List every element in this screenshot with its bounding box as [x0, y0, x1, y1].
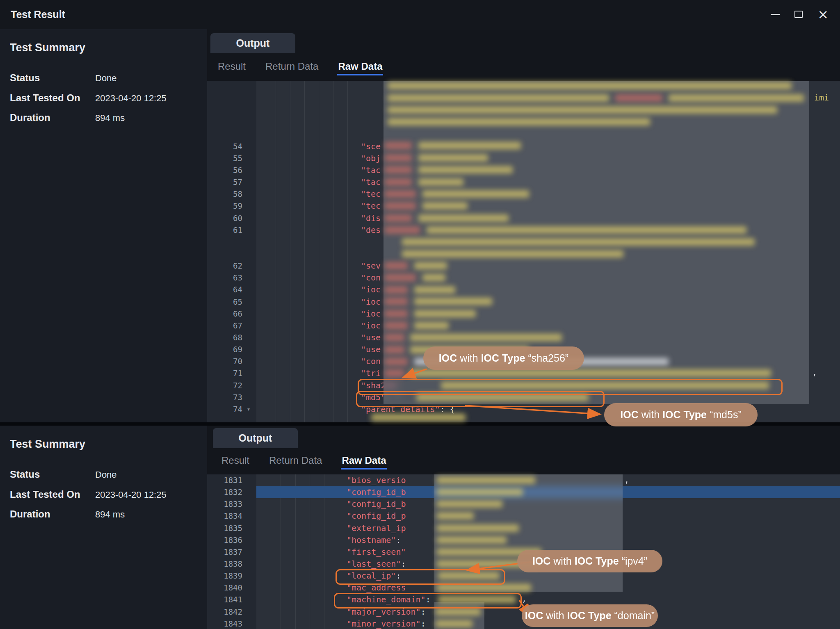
trailing-comma: ,	[812, 367, 817, 377]
json-key: "con	[361, 356, 381, 366]
gutter-cell: 1842	[207, 606, 256, 618]
summary-row-duration: Duration 894 ms	[10, 112, 125, 123]
code-fragment: imi	[814, 93, 829, 103]
last-tested-value: 2023-04-20 12:25	[95, 490, 167, 500]
gutter-cell: 56	[207, 164, 256, 176]
gutter-cell: 57	[207, 176, 256, 188]
tab-result[interactable]: Result	[221, 451, 250, 469]
json-key: "sev	[361, 261, 381, 271]
gutter-cell: 68	[207, 332, 256, 344]
line-number: 68	[207, 332, 242, 344]
fold-caret-icon[interactable]: ▾	[242, 403, 255, 415]
callout-text: “domain”	[612, 610, 655, 622]
subtab-row: Result Return Data Raw Data	[221, 451, 387, 469]
gutter-cell: 63	[207, 272, 256, 284]
minimize-icon[interactable]	[771, 14, 780, 15]
maximize-icon[interactable]	[794, 11, 803, 18]
line-number: 1838	[207, 558, 242, 570]
line-number: 1831	[207, 474, 242, 486]
callout-text: “sha256”	[525, 352, 569, 364]
gutter-cell	[207, 236, 256, 248]
callout-bold: IOC	[439, 352, 457, 364]
json-key: "con	[361, 273, 381, 283]
tab-raw-data[interactable]: Raw Data	[337, 57, 383, 75]
line-number	[207, 248, 242, 260]
json-punctuation: :	[401, 559, 406, 569]
tab-output[interactable]: Output	[213, 428, 298, 448]
line-number	[207, 415, 242, 422]
callout-text: with	[543, 610, 567, 622]
json-key: "use	[361, 344, 381, 354]
summary-row-last-tested: Last Tested On 2023-04-20 12:25	[10, 92, 167, 104]
json-key: "tri	[361, 368, 381, 378]
duration-label: Duration	[10, 112, 95, 123]
line-number: 1841	[207, 594, 242, 606]
line-number: 55	[207, 153, 242, 164]
callout-text: with	[639, 409, 662, 421]
gutter-cell: 1841	[207, 594, 256, 606]
line-number: 65	[207, 296, 242, 308]
json-key: "tec	[361, 189, 381, 199]
json-key: "tec	[361, 201, 381, 211]
gutter-cell: 66	[207, 308, 256, 320]
line-number: 1840	[207, 582, 242, 594]
json-key: "external_ip	[347, 523, 406, 533]
json-key: "bios_versio	[347, 475, 406, 485]
line-number: 63	[207, 272, 242, 284]
line-number: 1834	[207, 510, 242, 522]
summary-title: Test Summary	[10, 41, 85, 54]
gutter-cell: 1834	[207, 510, 256, 522]
gutter-cell: 71	[207, 367, 256, 379]
gutter-cell: 73	[207, 392, 256, 403]
gutter-cell	[207, 105, 256, 116]
tab-output[interactable]: Output	[210, 33, 295, 53]
tab-return-data[interactable]: Return Data	[268, 451, 323, 469]
callout-md5s: IOC with IOC Type “md5s”	[604, 403, 758, 426]
tab-result[interactable]: Result	[217, 57, 247, 75]
gutter-cell: 1831	[207, 474, 256, 486]
line-number: 61	[207, 224, 242, 236]
gutter-cell	[207, 81, 256, 93]
gutter-cell: 1835	[207, 522, 256, 534]
line-number: 66	[207, 308, 242, 320]
json-key: "minor_version"	[347, 619, 421, 629]
json-key: "config_id_b	[347, 499, 406, 509]
gutter-cell: 74▾	[207, 403, 256, 415]
gutter-cell	[207, 129, 256, 141]
gutter-cell: 70	[207, 356, 256, 367]
summary-title: Test Summary	[10, 438, 85, 451]
window-controls: ×	[771, 0, 829, 29]
test-result-window: Test Result × Test Summary Status Done L…	[0, 0, 840, 629]
gutter-cell: 61	[207, 224, 256, 236]
line-number: 74	[207, 403, 242, 415]
line-number: 1837	[207, 546, 242, 558]
callout-ipv4: IOC with IOC Type “ipv4”	[517, 550, 662, 572]
trailing-comma: ,	[522, 594, 527, 604]
line-number: 69	[207, 344, 242, 356]
json-key: "config_id_b	[347, 487, 406, 497]
line-number: 56	[207, 164, 242, 176]
line-number: 58	[207, 188, 242, 200]
gutter-cell: 67	[207, 320, 256, 332]
summary-panel-bottom: Test Summary Status Done Last Tested On …	[0, 426, 207, 629]
line-number: 1833	[207, 498, 242, 510]
summary-panel-top: Test Summary Status Done Last Tested On …	[0, 29, 207, 422]
gutter-cell: 62	[207, 260, 256, 272]
callout-domain: IOC with IOC Type “domain”	[522, 604, 658, 627]
gutter-cell	[207, 116, 256, 128]
gutter-cell: 1838	[207, 558, 256, 570]
status-value: Done	[95, 73, 117, 84]
json-key: "dis	[361, 213, 381, 223]
duration-value: 894 ms	[95, 113, 125, 123]
close-icon[interactable]: ×	[817, 8, 829, 21]
line-number: 1836	[207, 534, 242, 546]
tab-raw-data[interactable]: Raw Data	[341, 451, 387, 469]
last-tested-label: Last Tested On	[10, 92, 95, 104]
line-number	[207, 236, 242, 248]
gutter-cell: 64	[207, 284, 256, 296]
ioc-box-local-ip	[336, 569, 505, 585]
gutter-cell: 55	[207, 153, 256, 164]
tab-return-data[interactable]: Return Data	[265, 57, 319, 75]
gutter-cell: 1836	[207, 534, 256, 546]
callout-bold: IOC Type	[481, 352, 525, 364]
